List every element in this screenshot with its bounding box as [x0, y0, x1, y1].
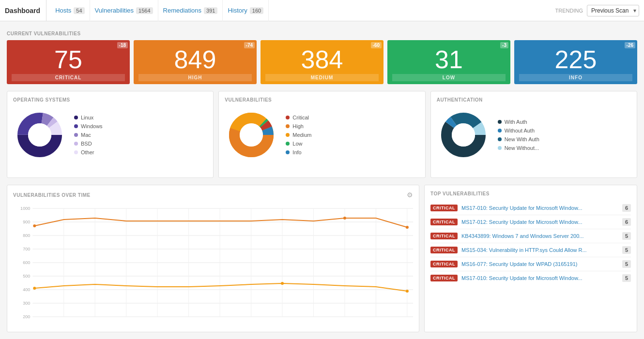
os-chart-inner: Linux Windows Mac BSD: [13, 108, 207, 162]
auth-chart-inner: With Auth Without Auth New With Auth New…: [437, 108, 631, 162]
vuln-cards-row: -18 75 CRITICAL -74 849 HIGH -60 384 MED…: [7, 40, 637, 84]
topvuln-header: TOP VULNERABILITIES: [430, 191, 631, 196]
main-content: CURRENT VULNERABILITIES -18 75 CRITICAL …: [0, 21, 644, 337]
svg-text:800: 800: [23, 233, 30, 238]
v-high-label: High: [292, 123, 304, 129]
topvuln-row-3[interactable]: CRITICAL MS15-034: Vulnerability in HTTP…: [430, 243, 631, 257]
previous-scan-select[interactable]: Previous Scan: [587, 5, 639, 16]
linux-label: Linux: [81, 115, 93, 120]
auth-title: AUTHENTICATION: [437, 97, 631, 103]
without-auth-label: Without Auth: [505, 128, 535, 133]
legend-windows: Windows: [74, 123, 103, 129]
topvuln-text-4: MS16-077: Security Update for WPAD (3165…: [461, 261, 618, 267]
vuln-chart-inner: Critical High Medium Low: [225, 108, 419, 162]
vuln-donut: [225, 108, 278, 162]
number-low: 31: [392, 47, 506, 72]
topvuln-count-1: 6: [622, 218, 631, 226]
tab-hosts[interactable]: Hosts 54: [50, 0, 90, 21]
legend-linux: Linux: [74, 115, 103, 120]
svg-text:200: 200: [23, 314, 30, 319]
badge-critical: -18: [117, 42, 128, 48]
v-low-dot: [286, 142, 290, 146]
nav-bar: Dashboard Hosts 54 Vulnerabilities 1564 …: [0, 0, 644, 21]
badge-high: -74: [244, 42, 255, 48]
topvuln-row-4[interactable]: CRITICAL MS16-077: Security Update for W…: [430, 257, 631, 271]
charts-section: OPERATING SYSTEMS: [7, 91, 637, 178]
new-without-dot: [498, 146, 502, 150]
svg-point-5: [28, 123, 51, 147]
bsd-dot: [74, 142, 78, 146]
topvuln-text-2: KB4343899: Windows 7 and Windows Server …: [461, 233, 618, 239]
svg-point-18: [452, 123, 475, 147]
v-info-dot: [286, 150, 290, 154]
v-info-label: Info: [292, 149, 301, 155]
auth-donut: [437, 108, 490, 162]
windows-dot: [74, 124, 78, 128]
legend-new-with-auth: New With Auth: [498, 136, 539, 142]
overtime-header: VULNERABILITIES OVER TIME ⚙: [13, 191, 413, 199]
tab-vulnerabilities[interactable]: Vulnerabilities 1564: [90, 0, 158, 21]
number-critical: 75: [12, 47, 125, 72]
v-medium-label: Medium: [292, 132, 311, 138]
tab-history[interactable]: History 160: [223, 0, 269, 21]
mac-label: Mac: [81, 132, 91, 138]
topvuln-count-2: 5: [622, 232, 631, 240]
svg-point-13: [240, 123, 263, 147]
new-with-auth-label: New With Auth: [505, 136, 539, 142]
previous-scan-wrapper[interactable]: Previous Scan: [587, 5, 639, 16]
without-auth-dot: [498, 129, 502, 133]
vuln-panel: VULNERABILITIES: [218, 91, 425, 178]
critical-badge-5: CRITICAL: [430, 275, 458, 281]
dashboard-title: Dashboard: [5, 0, 46, 21]
critical-badge-3: CRITICAL: [430, 247, 458, 253]
label-medium: MEDIUM: [265, 74, 379, 81]
bsd-label: BSD: [81, 141, 92, 147]
overtime-panel: VULNERABILITIES OVER TIME ⚙ 1000 900 800…: [7, 185, 419, 332]
topvuln-text-1: MS17-012: Security Update for Microsoft …: [461, 219, 618, 225]
v-critical-label: Critical: [292, 115, 309, 120]
topvuln-row-2[interactable]: CRITICAL KB4343899: Windows 7 and Window…: [430, 229, 631, 243]
svg-text:300: 300: [23, 301, 30, 306]
new-with-auth-dot: [498, 137, 502, 141]
card-low: -3 31 LOW: [387, 40, 510, 84]
legend-v-medium: Medium: [286, 132, 311, 138]
topvuln-row-1[interactable]: CRITICAL MS17-012: Security Update for M…: [430, 215, 631, 229]
with-auth-label: With Auth: [505, 119, 527, 125]
legend-new-without: New Without...: [498, 145, 539, 151]
tab-remediations[interactable]: Remediations 391: [158, 0, 223, 21]
card-info: -26 225 INFO: [514, 40, 637, 84]
topvuln-text-5: MS17-010: Security Update for Microsoft …: [461, 275, 618, 281]
card-high: -74 849 HIGH: [134, 40, 257, 84]
label-info: INFO: [519, 74, 632, 81]
topvuln-row-5[interactable]: CRITICAL MS17-010: Security Update for M…: [430, 271, 631, 285]
v-medium-dot: [286, 133, 290, 137]
gear-icon[interactable]: ⚙: [407, 191, 413, 199]
linux-dot: [74, 116, 78, 119]
label-low: LOW: [392, 74, 506, 81]
topvuln-row-0[interactable]: CRITICAL MS17-010: Security Update for M…: [430, 201, 631, 215]
bottom-row: VULNERABILITIES OVER TIME ⚙ 1000 900 800…: [7, 185, 637, 332]
svg-text:400: 400: [23, 287, 30, 292]
current-vuln-label: CURRENT VULNERABILITIES: [7, 31, 637, 36]
topvuln-text-3: MS15-034: Vulnerability in HTTP.sys Coul…: [461, 247, 618, 253]
svg-point-52: [33, 287, 36, 290]
legend-v-critical: Critical: [286, 115, 311, 120]
mac-dot: [74, 133, 78, 137]
svg-text:900: 900: [23, 220, 30, 224]
card-medium: -60 384 MEDIUM: [261, 40, 383, 84]
vuln-legend: Critical High Medium Low: [286, 115, 311, 155]
with-auth-dot: [498, 120, 502, 124]
svg-text:500: 500: [23, 274, 30, 279]
label-critical: CRITICAL: [12, 74, 125, 81]
badge-low: -3: [500, 42, 508, 48]
other-label: Other: [81, 149, 94, 155]
trending-label: TRENDING: [555, 8, 583, 14]
number-medium: 384: [265, 47, 379, 72]
svg-point-53: [406, 290, 409, 293]
badge-info: -26: [625, 42, 635, 48]
os-panel: OPERATING SYSTEMS: [7, 91, 214, 178]
legend-with-auth: With Auth: [498, 119, 539, 125]
auth-legend: With Auth Without Auth New With Auth New…: [498, 119, 539, 151]
svg-point-49: [33, 224, 36, 227]
overtime-chart: 1000 900 800 700 600 500 400 300 200: [13, 204, 413, 324]
